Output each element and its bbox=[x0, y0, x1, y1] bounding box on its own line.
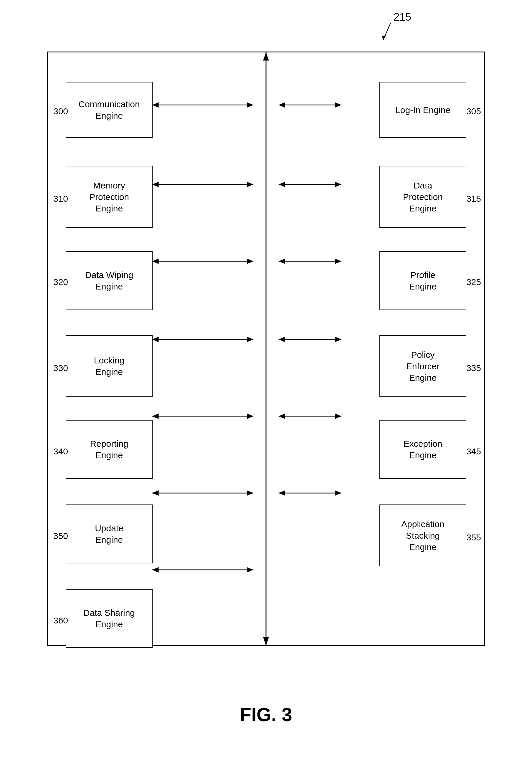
ref-340: 340 bbox=[53, 446, 68, 456]
ref-300: 300 bbox=[53, 106, 68, 116]
ref-315: 315 bbox=[466, 194, 481, 204]
svg-marker-16 bbox=[279, 182, 285, 187]
reporting-engine-box: ReportingEngine bbox=[66, 420, 152, 479]
svg-marker-8 bbox=[152, 102, 159, 107]
memory-protection-engine-box: MemoryProtectionEngine bbox=[66, 166, 152, 228]
svg-marker-37 bbox=[247, 490, 253, 496]
svg-marker-41 bbox=[335, 490, 341, 496]
update-engine-box: UpdateEngine bbox=[66, 504, 152, 563]
svg-marker-29 bbox=[335, 337, 341, 342]
svg-marker-43 bbox=[247, 567, 253, 572]
communication-engine-box: Communication Engine bbox=[66, 82, 152, 138]
svg-marker-35 bbox=[335, 414, 341, 419]
update-engine-label: UpdateEngine bbox=[95, 522, 123, 546]
svg-marker-26 bbox=[152, 337, 159, 342]
ref-360: 360 bbox=[53, 615, 68, 625]
svg-marker-4 bbox=[263, 52, 269, 60]
svg-marker-25 bbox=[247, 337, 253, 342]
locking-engine-box: LockingEngine bbox=[66, 335, 152, 397]
svg-marker-10 bbox=[279, 102, 285, 107]
ref-350: 350 bbox=[53, 531, 68, 541]
svg-marker-11 bbox=[335, 102, 341, 107]
svg-marker-22 bbox=[279, 259, 285, 264]
memory-protection-engine-label: MemoryProtectionEngine bbox=[89, 180, 129, 214]
data-sharing-engine-box: Data SharingEngine bbox=[66, 589, 152, 648]
profile-engine-label: ProfileEngine bbox=[409, 269, 437, 292]
svg-marker-28 bbox=[279, 337, 285, 342]
reporting-engine-label: ReportingEngine bbox=[90, 438, 128, 461]
svg-marker-5 bbox=[263, 637, 269, 645]
svg-marker-38 bbox=[152, 490, 159, 496]
app-stacking-engine-box: ApplicationStackingEngine bbox=[380, 504, 466, 566]
ref-215-arrow: 215 bbox=[382, 12, 417, 47]
svg-marker-2 bbox=[382, 35, 386, 40]
svg-marker-17 bbox=[335, 182, 341, 187]
svg-marker-13 bbox=[247, 182, 253, 187]
svg-marker-14 bbox=[152, 182, 159, 187]
login-engine-label: Log-In Engine bbox=[395, 104, 450, 116]
data-sharing-engine-label: Data SharingEngine bbox=[84, 607, 135, 630]
app-stacking-engine-label: ApplicationStackingEngine bbox=[401, 518, 444, 553]
ref-335: 335 bbox=[466, 363, 481, 373]
svg-marker-34 bbox=[279, 414, 285, 419]
ref-330: 330 bbox=[53, 363, 68, 373]
policy-enforcer-engine-label: PolicyEnforcerEngine bbox=[406, 349, 440, 383]
ref-215-area: 215 bbox=[382, 12, 417, 48]
locking-engine-label: LockingEngine bbox=[94, 355, 124, 378]
ref-310: 310 bbox=[53, 194, 68, 204]
svg-marker-19 bbox=[247, 259, 253, 264]
svg-marker-31 bbox=[247, 414, 253, 419]
data-wiping-engine-box: Data WipingEngine bbox=[66, 251, 152, 310]
svg-marker-32 bbox=[152, 414, 159, 419]
ref-305: 305 bbox=[466, 106, 481, 116]
svg-marker-44 bbox=[152, 567, 159, 572]
fig-caption: FIG. 3 bbox=[240, 704, 292, 726]
ref-355: 355 bbox=[466, 532, 481, 543]
page-container: 215 bbox=[0, 0, 532, 761]
policy-enforcer-engine-box: PolicyEnforcerEngine bbox=[380, 335, 466, 397]
data-protection-engine-label: DataProtectionEngine bbox=[403, 180, 443, 214]
profile-engine-box: ProfileEngine bbox=[380, 251, 466, 310]
ref-325: 325 bbox=[466, 277, 481, 287]
exception-engine-label: ExceptionEngine bbox=[404, 438, 443, 461]
main-diagram-box: Communication Engine 300 Log-In Engine 3… bbox=[47, 51, 485, 646]
svg-text:215: 215 bbox=[393, 12, 411, 23]
svg-marker-7 bbox=[247, 102, 253, 107]
svg-marker-20 bbox=[152, 259, 159, 264]
data-protection-engine-box: DataProtectionEngine bbox=[380, 166, 466, 228]
communication-engine-label: Communication Engine bbox=[69, 98, 149, 121]
ref-320: 320 bbox=[53, 277, 68, 287]
data-wiping-engine-label: Data WipingEngine bbox=[85, 269, 133, 292]
exception-engine-box: ExceptionEngine bbox=[380, 420, 466, 479]
svg-marker-40 bbox=[279, 490, 285, 496]
ref-345: 345 bbox=[466, 446, 481, 456]
svg-marker-23 bbox=[335, 259, 341, 264]
login-engine-box: Log-In Engine bbox=[380, 82, 466, 138]
